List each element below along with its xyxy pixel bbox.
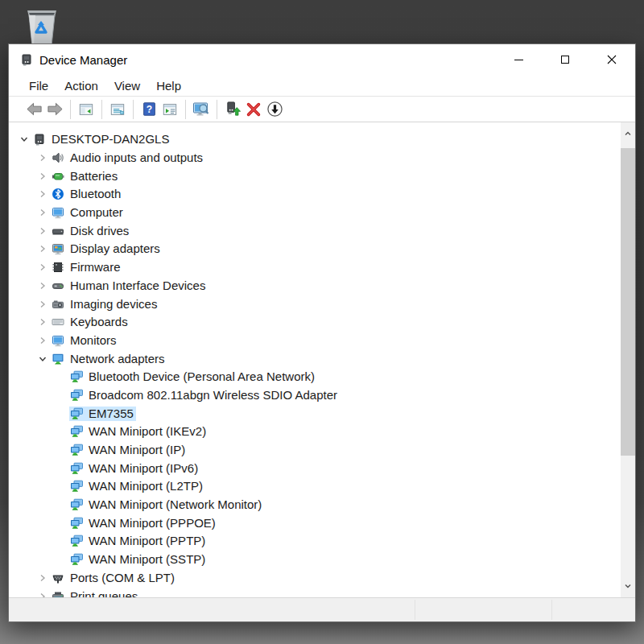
tree-item-monitors[interactable]: Monitors	[9, 332, 621, 350]
chevron-right-icon[interactable]	[37, 207, 48, 218]
chevron-right-icon[interactable]	[37, 152, 48, 163]
toolbar	[9, 96, 635, 122]
scrollbar-thumb[interactable]	[621, 148, 635, 456]
chevron-right-icon[interactable]	[37, 591, 48, 597]
network-adapter-icon	[70, 407, 83, 420]
tree-item-em7355[interactable]: EM7355	[9, 404, 621, 423]
tree-item-print-queues[interactable]: Print queues	[9, 587, 621, 597]
tree-item-firmware[interactable]: Firmware	[9, 258, 621, 277]
help-button[interactable]	[138, 99, 159, 120]
uninstall-device-button[interactable]	[243, 99, 264, 120]
tree-item-label: Computer	[70, 206, 123, 219]
tree-item-computer[interactable]: Computer	[9, 204, 621, 222]
tree-item-wan-miniport-pppoe[interactable]: WAN Miniport (PPPOE)	[9, 514, 621, 532]
scroll-down-button[interactable]	[621, 575, 635, 597]
tree-item-audio-inputs-and-outputs[interactable]: Audio inputs and outputs	[9, 149, 621, 167]
printer-icon	[52, 590, 64, 597]
tree-item-wan-miniport-ikev2[interactable]: WAN Miniport (IKEv2)	[9, 423, 621, 441]
tree-item-batteries[interactable]: Batteries	[9, 167, 621, 185]
battery-icon	[52, 170, 64, 183]
chevron-right-icon[interactable]	[37, 316, 48, 328]
tree-item-imaging-devices[interactable]: Imaging devices	[9, 295, 621, 313]
tree-item-label: Firmware	[70, 261, 121, 274]
monitor-icon	[52, 206, 64, 219]
chevron-right-icon[interactable]	[37, 243, 48, 254]
properties-icon	[109, 101, 126, 118]
toolbar-separator	[185, 100, 186, 119]
menu-view[interactable]: View	[106, 77, 148, 94]
disable-device-button[interactable]	[264, 99, 285, 120]
maximize-button[interactable]	[542, 44, 588, 75]
menu-action[interactable]: Action	[56, 77, 106, 94]
tree-item-display-adapters[interactable]: Display adapters	[9, 240, 621, 258]
tree-item-label: WAN Miniport (PPPOE)	[89, 517, 216, 530]
scroll-up-button[interactable]	[621, 122, 635, 145]
forward-arrow-icon	[47, 101, 64, 118]
tree-item-label: Bluetooth Device (Personal Area Network)	[89, 370, 315, 383]
close-button[interactable]	[588, 44, 635, 75]
tree-item-wan-miniport-network-monitor[interactable]: WAN Miniport (Network Monitor)	[9, 496, 621, 514]
tree-item-label: DESKTOP-DAN2GLS	[52, 133, 169, 146]
back-button[interactable]	[23, 99, 44, 120]
device-tree: DESKTOP-DAN2GLS Audio inputs and outputs…	[9, 130, 621, 597]
monitor-icon	[52, 334, 64, 347]
chevron-spacer	[56, 408, 67, 419]
scan-hardware-changes-button[interactable]	[191, 99, 212, 120]
network-adapter-icon	[70, 498, 83, 511]
tree-item-human-interface-devices[interactable]: Human Interface Devices	[9, 277, 621, 295]
tree-item-wan-miniport-sstp[interactable]: WAN Miniport (SSTP)	[9, 551, 621, 569]
vertical-scrollbar[interactable]	[621, 122, 635, 597]
tree-item-network-adapters[interactable]: Network adapters	[9, 349, 621, 368]
chevron-down-icon[interactable]	[19, 134, 30, 145]
tree-item-desktop-dan2gls[interactable]: DESKTOP-DAN2GLS	[9, 130, 621, 149]
forward-button[interactable]	[44, 99, 65, 120]
menu-file[interactable]: File	[21, 77, 56, 94]
tree-item-label: Disk drives	[70, 225, 129, 237]
tree-item-wan-miniport-pptp[interactable]: WAN Miniport (PPTP)	[9, 532, 621, 551]
help-icon	[142, 101, 157, 117]
tree-item-wan-miniport-l2tp[interactable]: WAN Miniport (L2TP)	[9, 477, 621, 496]
menu-help[interactable]: Help	[148, 77, 189, 94]
disable-device-icon	[266, 101, 283, 118]
tree-item-wan-miniport-ipv6[interactable]: WAN Miniport (IPv6)	[9, 459, 621, 477]
minimize-icon	[514, 60, 523, 60]
display-adapter-icon	[52, 242, 64, 255]
tree-item-broadcom-wireless-sdio[interactable]: Broadcom 802.11abgn Wireless SDIO Adapte…	[9, 386, 621, 405]
chevron-right-icon[interactable]	[37, 572, 48, 584]
network-adapter-icon	[70, 517, 83, 530]
tree-item-ports-com-lpt[interactable]: Ports (COM & LPT)	[9, 569, 621, 588]
chevron-right-icon[interactable]	[37, 335, 48, 346]
tree-item-label: WAN Miniport (IKEv2)	[89, 425, 206, 438]
chevron-right-icon[interactable]	[37, 299, 48, 310]
status-separator	[551, 600, 552, 620]
title-bar[interactable]: Device Manager	[9, 44, 635, 75]
minimize-button[interactable]	[495, 44, 542, 75]
tree-item-bluetooth[interactable]: Bluetooth	[9, 185, 621, 204]
chevron-up-icon	[622, 128, 634, 139]
show-action-pane-button[interactable]	[159, 99, 180, 120]
tree-item-label: Broadcom 802.11abgn Wireless SDIO Adapte…	[89, 389, 337, 402]
network-adapter-icon	[70, 389, 83, 402]
chevron-spacer	[56, 518, 67, 529]
chevron-right-icon[interactable]	[37, 280, 48, 291]
tree-item-label: Monitors	[70, 334, 117, 347]
firmware-chip-icon	[52, 261, 64, 274]
chevron-right-icon[interactable]	[37, 171, 48, 182]
chevron-right-icon[interactable]	[37, 188, 48, 200]
properties-button[interactable]	[107, 99, 128, 120]
tree-item-bluetooth-device-pan[interactable]: Bluetooth Device (Personal Area Network)	[9, 368, 621, 386]
recycle-bin-icon[interactable]	[21, 3, 63, 47]
chevron-down-icon	[622, 580, 634, 592]
show-console-tree-button[interactable]	[76, 99, 97, 120]
chevron-spacer	[56, 426, 67, 437]
camera-icon	[52, 298, 64, 311]
tree-item-keyboards[interactable]: Keyboards	[9, 313, 621, 332]
chevron-spacer	[56, 535, 67, 547]
tree-item-label: Keyboards	[70, 316, 128, 328]
tree-item-wan-miniport-ip[interactable]: WAN Miniport (IP)	[9, 441, 621, 460]
chevron-right-icon[interactable]	[37, 262, 48, 273]
update-driver-button[interactable]	[222, 99, 243, 120]
chevron-right-icon[interactable]	[37, 225, 48, 237]
chevron-down-icon[interactable]	[37, 353, 48, 365]
tree-item-disk-drives[interactable]: Disk drives	[9, 221, 621, 240]
